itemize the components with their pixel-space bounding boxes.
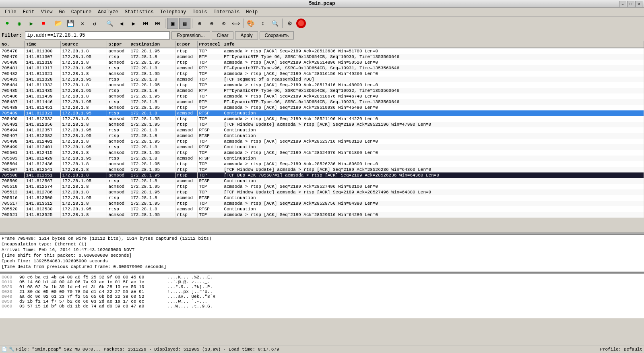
menu-tools[interactable]: Tools bbox=[190, 8, 211, 16]
table-row[interactable]: 705483141.811328172.28.1.95rtsp172.28.1.… bbox=[0, 77, 644, 82]
expression-button[interactable]: Expression... bbox=[171, 31, 210, 39]
help2-button[interactable]: 🛑 bbox=[296, 19, 306, 28]
table-row[interactable]: 705517141.813512172.28.1.8acmsod172.28.1… bbox=[0, 201, 644, 206]
table-row[interactable]: 705487141.811446172.28.1.95rtsp172.28.1.… bbox=[0, 99, 644, 105]
preferences-button[interactable]: ⚙ bbox=[284, 18, 295, 29]
table-row[interactable]: 705491141.812356172.28.1.8acmsod172.28.1… bbox=[0, 122, 644, 127]
status-icon2: 🔧 bbox=[9, 347, 14, 352]
col-header-no: No. bbox=[0, 41, 24, 48]
hex-pane[interactable]: 000090 e6 ba c1 4b a4 00 a8 f5 25 32 9f … bbox=[0, 274, 644, 318]
go-forward-button[interactable]: ▶ bbox=[128, 18, 139, 29]
table-row[interactable]: 705513141.812786172.28.1.8acmsod172.28.1… bbox=[0, 189, 644, 195]
toolbar: ● ◉ ▶ ■ 📂 💾 ✕ ↺ 🔍 ◀ ▶ ⏮ ⏭ ▣ ▤ ⊕ ⊖ ⊙ ⟺ 🎨 … bbox=[0, 17, 644, 30]
apply-button[interactable]: Apply bbox=[235, 31, 258, 39]
table-row[interactable]: 705494141.812357172.28.1.95rtsp172.28.1.… bbox=[0, 127, 644, 133]
col-header-sport: S:por bbox=[107, 41, 129, 48]
sep1 bbox=[51, 19, 51, 28]
detail-line: Arrival Time: Feb 16, 2014 19:47:43.1026… bbox=[2, 247, 642, 253]
auto-scroll2-button[interactable]: ↕ bbox=[257, 18, 268, 29]
hex-ascii: !.....px ].."'U.. bbox=[167, 289, 213, 294]
hex-row: 0050d3 1b f1 14 f7 57 b2 de 60 03 2d ae … bbox=[2, 299, 642, 304]
table-row[interactable]: 705490141.812332172.28.1.8acmsod172.28.1… bbox=[0, 116, 644, 122]
table-row[interactable]: 705484141.811332172.28.1.8acmsod172.28.1… bbox=[0, 82, 644, 88]
hex-offset: 0030 bbox=[2, 289, 16, 294]
zoom-out-button[interactable]: ⊖ bbox=[206, 18, 217, 29]
save-button[interactable]: 💾 bbox=[65, 18, 76, 29]
table-row[interactable]: 705520141.813530172.28.1.95rtsp172.28.1.… bbox=[0, 206, 644, 212]
profile-text: Profile: Default bbox=[600, 347, 642, 352]
table-row[interactable]: 705516141.813500172.28.1.95rtsp172.28.1.… bbox=[0, 195, 644, 201]
table-row[interactable]: 705488141.811451172.28.1.8acmsod172.28.1… bbox=[0, 105, 644, 110]
hex-bytes: 01 08 02 2a 1b 39 1d e4 ef 3f 6b 28 10 e… bbox=[19, 284, 164, 289]
hex-row: 001005 14 60 b1 40 00 40 06 7a 93 ac 1c … bbox=[2, 280, 642, 284]
menu-help[interactable]: Help bbox=[243, 8, 261, 16]
minimize-button[interactable]: – bbox=[619, 1, 626, 7]
hex-ascii: ...*.9.. .?k(..P. bbox=[167, 284, 213, 289]
col-header-source: Source bbox=[60, 41, 107, 48]
table-row[interactable]: 705480141.811310172.28.1.8acmsod172.28.1… bbox=[0, 60, 644, 65]
table-row[interactable]: 705507141.812541172.28.1.8acmsod172.28.1… bbox=[0, 167, 644, 172]
menu-internals[interactable]: Internals bbox=[211, 8, 243, 16]
restart-capture-button[interactable]: ▶ bbox=[26, 18, 37, 29]
packet-list-container[interactable]: No. Time Source S:por Destination D:por … bbox=[0, 41, 644, 233]
table-row[interactable]: 705510141.812574172.28.1.8acmsod172.28.1… bbox=[0, 184, 644, 189]
table-row[interactable]: 705497141.812382172.28.1.95rtsp172.28.1.… bbox=[0, 133, 644, 139]
table-row[interactable]: 705478141.811300172.28.1.8acmsod172.28.1… bbox=[0, 48, 644, 54]
go-first-button[interactable]: ⏮ bbox=[140, 18, 151, 29]
go-last-button[interactable]: ⏭ bbox=[152, 18, 163, 29]
table-row[interactable]: 705489141.812321172.28.1.95rtsp172.28.1.… bbox=[0, 110, 644, 116]
table-row[interactable]: 705485141.811435172.28.1.95rtsp172.28.1.… bbox=[0, 88, 644, 93]
filter-input[interactable] bbox=[25, 31, 170, 39]
find-button[interactable]: 🔍 bbox=[104, 18, 115, 29]
menu-analyze[interactable]: Analyze bbox=[95, 8, 121, 16]
maximize-button[interactable]: □ bbox=[627, 1, 634, 7]
col-header-dport: D:por bbox=[175, 41, 197, 48]
reset-zoom-button[interactable]: ⊙ bbox=[218, 18, 229, 29]
go-back-button[interactable]: ◀ bbox=[116, 18, 127, 29]
colorize-button[interactable]: 🎨 bbox=[245, 18, 256, 29]
table-row[interactable]: 705499141.812401172.28.1.95rtsp172.28.1.… bbox=[0, 144, 644, 150]
hex-bytes: aa dc 9d 92 61 23 7f f2 55 65 6b bd 22 3… bbox=[19, 294, 164, 299]
menu-file[interactable]: File bbox=[2, 8, 20, 16]
statusbar: 📄 🔧 File: "5min.pcap" 592 MB 00:0... Pac… bbox=[0, 345, 644, 353]
table-row[interactable]: 705486141.811439172.28.1.8acmsod172.28.1… bbox=[0, 93, 644, 99]
menu-capture[interactable]: Capture bbox=[68, 8, 95, 16]
menu-view[interactable]: View bbox=[38, 8, 56, 16]
table-row[interactable]: 705498141.812401172.28.1.8acmsod172.28.1… bbox=[0, 139, 644, 144]
menu-go[interactable]: Go bbox=[56, 8, 68, 16]
zoom3-button[interactable]: 🔍 bbox=[269, 18, 281, 29]
table-row[interactable]: 705479141.811307172.28.1.95rtsp172.28.1.… bbox=[0, 54, 644, 60]
table-row[interactable]: 705481141.811317172.28.1.95rtsp172.28.1.… bbox=[0, 65, 644, 71]
table-row[interactable]: 705508141.812551172.28.1.8acmsod172.28.1… bbox=[0, 172, 644, 178]
start-capture-button[interactable]: ● bbox=[2, 18, 13, 29]
auto-scroll-button[interactable]: ◉ bbox=[14, 18, 25, 29]
menu-statistics[interactable]: Statistics bbox=[122, 8, 157, 16]
window-title: 5min.pcap bbox=[309, 1, 335, 6]
zoom-in-button[interactable]: ⊕ bbox=[194, 18, 205, 29]
sep6 bbox=[282, 19, 283, 28]
menu-telephony[interactable]: Telephony bbox=[157, 8, 190, 16]
detail-pane[interactable]: Frame 705489: 1514 bytes on wire (12112 … bbox=[0, 234, 644, 272]
table-row[interactable]: 705501141.812415172.28.1.8acmsod172.28.1… bbox=[0, 150, 644, 156]
reload-button[interactable]: ↺ bbox=[89, 18, 100, 29]
toggle-pane1-button[interactable]: ▣ bbox=[167, 18, 178, 29]
close-btn[interactable]: ✕ bbox=[77, 18, 88, 29]
hex-bytes: 03 57 15 1d bf 8b d1 1b de 74 ad d0 39 c… bbox=[19, 304, 164, 309]
resize-columns-button[interactable]: ⟺ bbox=[230, 18, 242, 29]
table-row[interactable]: 705503141.812429172.28.1.95rtsp172.28.1.… bbox=[0, 156, 644, 161]
menu-edit[interactable]: Edit bbox=[20, 8, 38, 16]
stop-capture-button[interactable]: ■ bbox=[38, 18, 49, 29]
clear-button[interactable]: Clear bbox=[212, 31, 234, 39]
hex-row: 003021 80 dd 05 00 00 70 78 5d d1 c4 22 … bbox=[2, 289, 642, 294]
open-button[interactable]: 📂 bbox=[53, 18, 64, 29]
save-filter-button[interactable]: Сохранить bbox=[260, 31, 294, 39]
table-row[interactable]: 705504141.812436172.28.1.8acmsod172.28.1… bbox=[0, 161, 644, 167]
close-button[interactable]: ✕ bbox=[635, 1, 642, 7]
col-header-time: Time bbox=[24, 41, 60, 48]
table-row[interactable]: 705509141.812567172.28.1.95rtsp172.28.1.… bbox=[0, 178, 644, 184]
table-row[interactable]: 705521141.813525172.28.1.8acmsod172.28.1… bbox=[0, 212, 644, 218]
sep5 bbox=[243, 19, 244, 28]
hex-offset: 0060 bbox=[2, 304, 16, 309]
table-row[interactable]: 705482141.811321172.28.1.8acmsod172.28.1… bbox=[0, 71, 644, 77]
toggle-pane2-button[interactable]: ▤ bbox=[179, 18, 190, 29]
